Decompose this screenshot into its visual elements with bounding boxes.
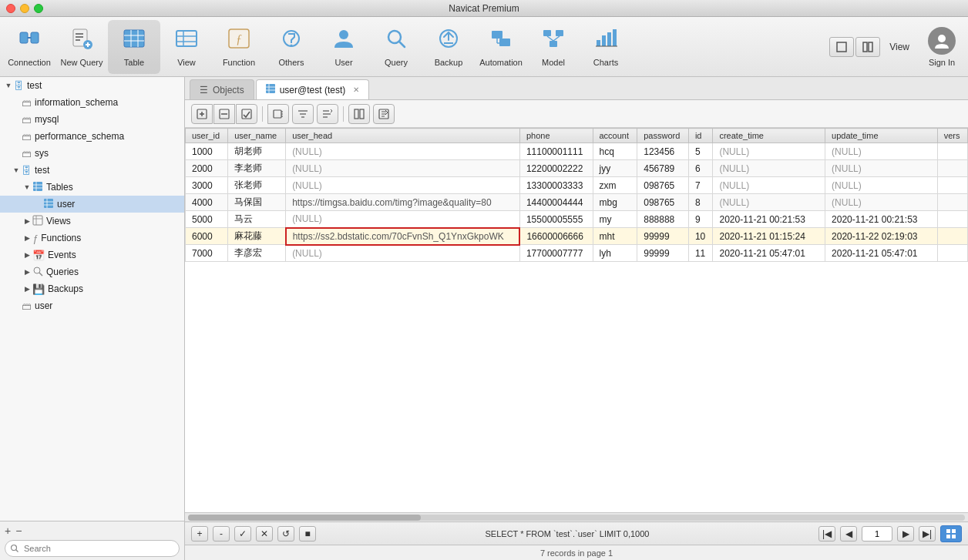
cell-vers[interactable]: [937, 177, 967, 194]
cell-user-name[interactable]: 麻花藤: [228, 228, 286, 245]
table-row[interactable]: 7000李彦宏(NULL)17700007777lyh99999112020-1…: [186, 245, 968, 262]
cell-user-id[interactable]: 4000: [186, 194, 228, 211]
cell-account[interactable]: mht: [593, 228, 637, 245]
cell-id[interactable]: 5: [688, 143, 713, 160]
export-btn[interactable]: [373, 104, 395, 124]
status-refresh-btn[interactable]: ↺: [277, 526, 294, 542]
cell-user-id[interactable]: 1000: [186, 143, 228, 160]
tab-objects[interactable]: ☰ Objects: [190, 79, 254, 99]
search-input[interactable]: [5, 540, 180, 557]
sidebar-item-mysql[interactable]: 🗃 mysql: [0, 111, 184, 128]
cell-user-head[interactable]: (NULL): [286, 160, 520, 177]
cell-password[interactable]: 098765: [637, 194, 689, 211]
cell-create-time[interactable]: (NULL): [713, 177, 825, 194]
cell-id[interactable]: 9: [688, 211, 713, 228]
sidebar-item-performance-schema[interactable]: 🗃 performance_schema: [0, 128, 184, 145]
cell-phone[interactable]: 16600006666: [519, 228, 593, 245]
col-user-head[interactable]: user_head: [286, 129, 520, 143]
cell-create-time[interactable]: 2020-11-21 00:21:53: [713, 211, 825, 228]
toolbar-connection[interactable]: Connection: [3, 20, 55, 74]
sidebar-item-functions[interactable]: ▶ ƒ Functions: [0, 230, 184, 246]
toolbar-new-query[interactable]: New Query: [55, 20, 108, 74]
cell-phone[interactable]: 13300003333: [519, 177, 593, 194]
tab-close-icon[interactable]: ✕: [353, 86, 359, 94]
toolbar-function[interactable]: ƒ Function: [213, 20, 265, 74]
cell-update-time[interactable]: 2020-11-22 02:19:03: [825, 228, 938, 245]
cell-create-time[interactable]: 2020-11-21 01:15:24: [713, 228, 825, 245]
sidebar-item-tables[interactable]: ▼ Tables: [0, 179, 184, 196]
new-record-btn[interactable]: [267, 104, 289, 124]
horizontal-scrollbar[interactable]: [185, 512, 968, 521]
sidebar-item-events[interactable]: ▶ 📅 Events: [0, 246, 184, 263]
view-single-btn[interactable]: [829, 37, 854, 57]
status-cross-btn[interactable]: ✕: [256, 526, 273, 542]
columns-btn[interactable]: [348, 104, 370, 124]
toolbar-model[interactable]: Model: [527, 20, 580, 74]
cell-password[interactable]: 888888: [637, 211, 689, 228]
cell-account[interactable]: my: [593, 211, 637, 228]
grid-view-btn[interactable]: [940, 525, 962, 542]
cell-user-head[interactable]: (NULL): [286, 143, 520, 160]
cell-account[interactable]: zxm: [593, 177, 637, 194]
sidebar-item-views[interactable]: ▶ Views: [0, 213, 184, 230]
cell-update-time[interactable]: 2020-11-21 05:47:01: [825, 245, 938, 262]
cell-user-id[interactable]: 5000: [186, 211, 228, 228]
cell-create-time[interactable]: (NULL): [713, 143, 825, 160]
cell-id[interactable]: 8: [688, 194, 713, 211]
cell-id[interactable]: 11: [688, 245, 713, 262]
cell-account[interactable]: jyy: [593, 160, 637, 177]
toolbar-others[interactable]: Others: [265, 20, 318, 74]
cell-update-time[interactable]: (NULL): [825, 177, 938, 194]
cell-user-id[interactable]: 3000: [186, 177, 228, 194]
col-user-name[interactable]: user_name: [228, 129, 286, 143]
sidebar-item-information-schema[interactable]: 🗃 information_schema: [0, 94, 184, 111]
cell-password[interactable]: 098765: [637, 177, 689, 194]
cell-user-head[interactable]: https://timgsa.baidu.com/timg?image&qual…: [286, 194, 520, 211]
cell-create-time[interactable]: 2020-11-21 05:47:01: [713, 245, 825, 262]
cell-user-name[interactable]: 张老师: [228, 177, 286, 194]
cell-update-time[interactable]: (NULL): [825, 143, 938, 160]
cell-id[interactable]: 6: [688, 160, 713, 177]
cell-user-name[interactable]: 胡老师: [228, 143, 286, 160]
cell-phone[interactable]: 17700007777: [519, 245, 593, 262]
cell-password[interactable]: 456789: [637, 160, 689, 177]
sidebar-item-sys[interactable]: 🗃 sys: [0, 145, 184, 162]
col-vers[interactable]: vers: [937, 129, 967, 143]
toolbar-query[interactable]: Query: [370, 20, 422, 74]
sidebar-add-btn[interactable]: +: [5, 525, 11, 537]
sign-in-button[interactable]: Sign In: [919, 27, 965, 67]
col-update-time[interactable]: update_time: [825, 129, 938, 143]
status-stop-btn[interactable]: ■: [299, 526, 316, 542]
page-last-btn[interactable]: ▶|: [919, 526, 936, 542]
sidebar-item-user-db[interactable]: 🗃 user: [0, 297, 184, 314]
cell-user-id[interactable]: 7000: [186, 245, 228, 262]
page-first-btn[interactable]: |◀: [818, 526, 835, 542]
cell-phone[interactable]: 15500005555: [519, 211, 593, 228]
close-button[interactable]: [6, 4, 15, 13]
cell-user-head[interactable]: (NULL): [286, 245, 520, 262]
table-row[interactable]: 3000张老师(NULL)13300003333zxm0987657(NULL)…: [186, 177, 968, 194]
table-row[interactable]: 5000马云(NULL)15500005555my88888892020-11-…: [186, 211, 968, 228]
cell-vers[interactable]: [937, 194, 967, 211]
col-phone[interactable]: phone: [519, 129, 593, 143]
cell-create-time[interactable]: (NULL): [713, 160, 825, 177]
delete-record-btn[interactable]: [213, 104, 235, 124]
cell-vers[interactable]: [937, 143, 967, 160]
toolbar-automation[interactable]: Automation: [475, 20, 527, 74]
sort-btn[interactable]: [317, 104, 338, 124]
page-prev-btn[interactable]: ◀: [840, 526, 857, 542]
cell-update-time[interactable]: 2020-11-21 00:21:53: [825, 211, 938, 228]
hscroll-thumb[interactable]: [188, 515, 421, 521]
sidebar-item-test-root[interactable]: ▼ 🗄 test: [0, 77, 184, 94]
col-user-id[interactable]: user_id: [186, 129, 228, 143]
table-row[interactable]: 1000胡老师(NULL)11100001111hcq1234565(NULL)…: [186, 143, 968, 160]
cell-user-head[interactable]: (NULL): [286, 211, 520, 228]
cell-vers[interactable]: [937, 245, 967, 262]
sidebar-item-backups[interactable]: ▶ 💾 Backups: [0, 280, 184, 297]
hscroll-track[interactable]: [188, 515, 965, 521]
cell-user-name[interactable]: 李彦宏: [228, 245, 286, 262]
toolbar-backup[interactable]: Backup: [422, 20, 475, 74]
cell-vers[interactable]: [937, 211, 967, 228]
toolbar-table[interactable]: Table: [108, 20, 160, 74]
cell-password[interactable]: 123456: [637, 143, 689, 160]
